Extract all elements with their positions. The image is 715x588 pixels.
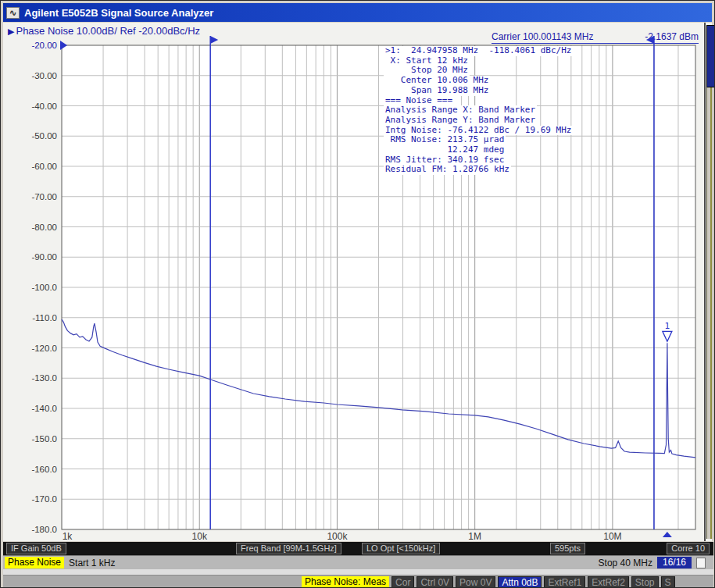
y-axis-tick-label: -150.0	[31, 434, 57, 444]
y-axis-tick-label: -160.0	[31, 465, 57, 474]
correlation-field[interactable]: Corre 10	[667, 543, 710, 554]
sweep-indicator-box	[696, 558, 706, 568]
y-axis-tick-label: -110.0	[32, 313, 57, 323]
average-count-badge: 16/16	[657, 557, 692, 568]
status-item-s[interactable]: S	[661, 576, 675, 588]
sweep-range-bar: Phase Noise Start 1 kHz Stop 40 MHz 16/1…	[3, 555, 713, 569]
y-axis-tick-label: -100.0	[31, 283, 57, 292]
y-axis-tick-label: -140.0	[31, 404, 57, 413]
y-axis-tick-label: -40.00	[31, 102, 57, 111]
analyzer-window: ∿ Agilent E5052B Signal Source Analyzer …	[0, 0, 715, 588]
title-bar: ∿ Agilent E5052B Signal Source Analyzer	[3, 3, 712, 22]
mode-badge[interactable]: Phase Noise	[5, 557, 64, 568]
marker-info-panel: >1: 24.947958 MHz -118.4061 dBc/Hz X: St…	[384, 46, 573, 175]
points-field[interactable]: 595pts	[550, 543, 585, 554]
status-item-pow-0v[interactable]: Pow 0V	[456, 576, 495, 588]
marker-info-line: >1: 24.947958 MHz -118.4061 dBc/Hz	[384, 46, 573, 56]
x-axis-tick-label: 1k	[63, 531, 73, 541]
status-item-ctrl-0v[interactable]: Ctrl 0V	[416, 576, 453, 588]
y-axis-tick-label: -20.00	[31, 41, 57, 50]
marker-info-line: Residual FM: 1.28766 kHz	[384, 165, 511, 175]
x-axis-tick-label: 10k	[192, 531, 208, 541]
lo-opt-field[interactable]: LO Opt [<150kHz]	[362, 543, 440, 554]
plot-right-border	[704, 23, 706, 541]
band-marker-start-flag-icon[interactable]	[210, 36, 218, 44]
measurement-area: ▶Phase Noise 10.00dB/ Ref -20.00dBc/Hz C…	[3, 23, 712, 541]
y-axis-tick-label: -80.00	[31, 223, 57, 232]
y-axis-tick-label: -170.0	[31, 494, 57, 504]
measurement-toolbar: IF Gain 50dB Freq Band [99M-1.5GHz] LO O…	[3, 542, 713, 555]
marker-info-line: Center 10.006 MHz	[384, 76, 490, 86]
status-item-attn-0db[interactable]: Attn 0dB	[498, 576, 542, 588]
y-axis-tick-label: -30.00	[31, 71, 57, 80]
marker-info-line: Analysis Range Y: Band Marker	[384, 116, 537, 126]
status-item-cor[interactable]: Cor	[391, 576, 414, 588]
status-item-phase-noise-meas[interactable]: Phase Noise: Meas	[302, 576, 389, 588]
x-axis-tick-label: 10M	[603, 531, 621, 541]
sweep-start-label: Start 1 kHz	[69, 558, 115, 568]
x-axis-tick-label: 100k	[327, 531, 348, 541]
marker-info-line: 12.247 mdeg	[384, 145, 506, 155]
status-item-extref2[interactable]: ExtRef2	[588, 576, 629, 588]
status-item-stop[interactable]: Stop	[631, 576, 659, 588]
window-edge-rail	[706, 87, 715, 539]
y-axis-tick-label: -70.00	[31, 192, 57, 201]
y-axis-tick-label: -130.0	[31, 373, 57, 383]
separator-strip	[3, 569, 713, 575]
y-axis-tick-label: -90.00	[31, 252, 57, 262]
freq-band-field[interactable]: Freq Band [99M-1.5GHz]	[236, 543, 341, 554]
y-axis-tick-label: -50.00	[31, 131, 57, 141]
y-axis-tick-label: -60.00	[31, 162, 57, 171]
window-title: Agilent E5052B Signal Source Analyzer	[24, 7, 213, 19]
instrument-status-bar: Phase Noise: MeasCorCtrl 0VPow 0VAttn 0d…	[3, 575, 713, 588]
sweep-stop-label: Stop 40 MHz	[599, 558, 652, 568]
y-axis-tick-label: -180.0	[31, 525, 57, 534]
app-icon[interactable]: ∿	[6, 7, 20, 19]
band-marker-stop-flag-icon[interactable]	[646, 36, 654, 44]
x-axis-tick-label: 1M	[468, 531, 481, 541]
marker1-axis-indicator-icon	[663, 532, 672, 537]
marker1-label: 1	[665, 321, 670, 331]
y-axis-tick-label: -120.0	[31, 344, 57, 353]
softkey-panel-edge[interactable]	[706, 25, 715, 87]
if-gain-field[interactable]: IF Gain 50dB	[6, 543, 66, 554]
sweep-stop-group: Stop 40 MHz 16/16	[599, 557, 706, 568]
status-item-extref1[interactable]: ExtRef1	[544, 576, 585, 588]
phase-noise-plot: -20.00-30.00-40.00-50.00-60.00-70.00-80.…	[3, 23, 715, 541]
marker-info-line: Span 19.988 MHz	[384, 86, 490, 96]
